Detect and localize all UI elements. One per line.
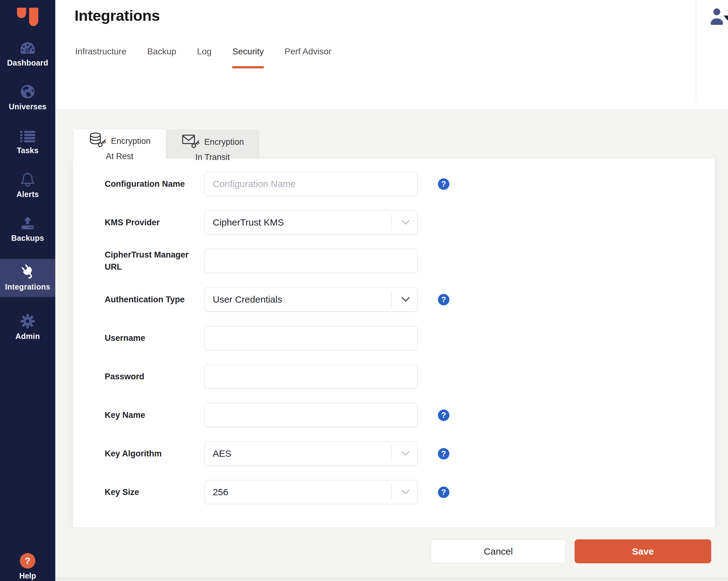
tab-perf-advisor[interactable]: Perf Advisor — [285, 47, 331, 68]
encryption-at-rest-panel: Configuration Name ? KMS Provider Cipher… — [73, 158, 714, 528]
key-algorithm-select[interactable]: AES — [204, 441, 418, 466]
field-label: Key Name — [105, 409, 204, 421]
help-label: Help — [19, 571, 36, 580]
key-algorithm-value: AES — [213, 448, 231, 459]
form-row: Password — [105, 364, 714, 389]
form-footer: Cancel Save — [73, 527, 714, 577]
ciphertrust-manager-url-input[interactable] — [204, 249, 418, 273]
form-row: Key Size 256 ? — [105, 480, 714, 504]
page-header: Integrations Infrastructure Backup Log S… — [55, 0, 728, 109]
enc-tab-label-line1: Encryption — [204, 137, 244, 147]
sidebar-item-help[interactable]: ? Help — [0, 553, 55, 580]
help-circle-icon[interactable]: ? — [438, 486, 449, 498]
field-label: Username — [105, 332, 204, 344]
form-row: Key Algorithm AES ? — [105, 441, 714, 466]
select-divider — [391, 291, 392, 308]
authentication-type-select[interactable]: User Credentials — [204, 287, 418, 312]
plug-icon — [19, 264, 36, 279]
sidebar-item-label: Admin — [16, 332, 40, 341]
sidebar-item-integrations[interactable]: Integrations — [0, 259, 55, 297]
sidebar: Dashboard Universes — [0, 0, 55, 581]
header-separator — [696, 0, 696, 103]
enc-tab-label-line2: In Transit — [166, 153, 259, 162]
help-circle-icon[interactable]: ? — [438, 409, 449, 421]
enc-tab-label-line2: At Rest — [73, 152, 166, 161]
sidebar-item-label: Universes — [9, 102, 46, 111]
envelope-key-icon — [181, 133, 200, 151]
chevron-down-icon — [401, 451, 410, 456]
sidebar-item-alerts[interactable]: Alerts — [0, 171, 55, 199]
app-window: Dashboard Universes — [0, 0, 728, 581]
sidebar-item-label: Backups — [11, 234, 44, 243]
key-size-select[interactable]: 256 — [204, 480, 418, 504]
database-key-icon — [88, 132, 106, 150]
chevron-down-icon — [401, 489, 410, 495]
select-divider — [391, 214, 392, 231]
tab-security[interactable]: Security — [232, 47, 264, 68]
configuration-name-input[interactable] — [204, 172, 418, 196]
page-title: Integrations — [75, 7, 160, 24]
sidebar-item-label: Tasks — [17, 146, 38, 155]
gauge-icon — [20, 40, 35, 55]
username-input[interactable] — [204, 326, 418, 350]
globe-icon — [20, 83, 35, 99]
content-area: Encryption At Rest Encryption — [55, 109, 728, 581]
gear-icon — [20, 313, 35, 329]
form-row: CipherTrust Manager URL — [105, 249, 714, 273]
field-label: Configuration Name — [105, 178, 204, 190]
kms-provider-select[interactable]: CipherTrust KMS — [204, 210, 418, 234]
key-size-value: 256 — [213, 487, 228, 498]
sidebar-item-label: Alerts — [17, 190, 39, 199]
tab-backup[interactable]: Backup — [147, 47, 176, 68]
save-button[interactable]: Save — [575, 539, 711, 563]
field-label: Key Size — [105, 486, 204, 498]
form-row: Authentication Type User Credentials ? — [105, 287, 714, 312]
tab-infrastructure[interactable]: Infrastructure — [75, 47, 126, 68]
select-divider — [391, 445, 392, 462]
enc-tab-label-line1: Encryption — [111, 136, 151, 146]
chevron-down-icon — [401, 220, 410, 225]
tab-log[interactable]: Log — [197, 47, 211, 68]
password-input[interactable] — [204, 364, 418, 389]
sidebar-item-backups[interactable]: Backups — [0, 215, 55, 243]
authentication-type-value: User Credentials — [213, 294, 282, 305]
form-row: Username — [105, 326, 714, 350]
help-circle-icon[interactable]: ? — [438, 178, 449, 190]
sidebar-item-tasks[interactable]: Tasks — [0, 127, 55, 155]
sidebar-item-dashboard[interactable]: Dashboard — [0, 40, 55, 68]
key-name-input[interactable] — [204, 403, 418, 427]
help-circle-icon[interactable]: ? — [438, 294, 449, 305]
field-label: Authentication Type — [105, 294, 204, 306]
form-row: Configuration Name ? — [105, 172, 714, 196]
sidebar-item-label: Integrations — [5, 282, 50, 292]
sidebar-item-admin[interactable]: Admin — [0, 313, 55, 341]
caret-down-icon[interactable] — [724, 16, 728, 21]
upload-icon — [20, 215, 35, 230]
yugabyte-logo — [16, 6, 40, 29]
sidebar-nav: Dashboard Universes — [0, 40, 55, 357]
cancel-button[interactable]: Cancel — [431, 539, 566, 563]
bell-icon — [20, 171, 35, 187]
sidebar-item-universes[interactable]: Universes — [0, 83, 55, 111]
tab-encryption-at-rest[interactable]: Encryption At Rest — [73, 129, 166, 159]
field-label: Key Algorithm — [105, 448, 204, 460]
form-row: Key Name ? — [105, 403, 714, 427]
field-label: KMS Provider — [105, 217, 204, 229]
chevron-down-icon — [401, 297, 410, 302]
help-circle-icon[interactable]: ? — [438, 448, 449, 459]
field-label: Password — [105, 371, 204, 383]
question-icon: ? — [20, 553, 35, 569]
page-bottom-strip — [55, 577, 728, 581]
kms-provider-value: CipherTrust KMS — [213, 217, 284, 228]
field-label: CipherTrust Manager URL — [105, 249, 204, 273]
select-divider — [391, 484, 392, 501]
user-avatar-icon[interactable] — [708, 7, 726, 27]
tab-encryption-in-transit[interactable]: Encryption In Transit — [166, 130, 259, 159]
header-tabs: Infrastructure Backup Log Security Perf … — [75, 47, 331, 68]
form-row: KMS Provider CipherTrust KMS — [105, 210, 714, 234]
list-icon — [20, 127, 35, 143]
kms-config-form: Configuration Name ? KMS Provider Cipher… — [73, 158, 714, 504]
sidebar-item-label: Dashboard — [7, 58, 48, 68]
